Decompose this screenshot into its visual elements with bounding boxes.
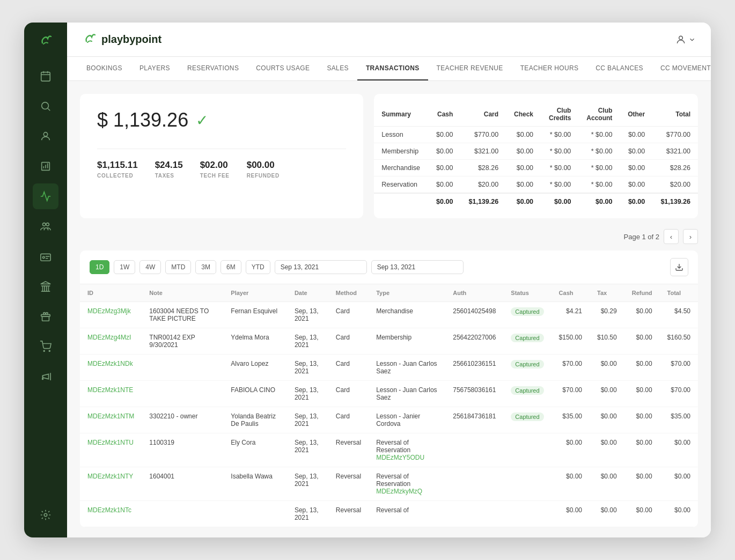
summary-col-other: Other (620, 102, 652, 127)
tx-date: Sep, 13, 2021 (287, 328, 328, 355)
tx-date: Sep, 13, 2021 (287, 467, 328, 501)
tx-type-link[interactable]: MDEzMzY5ODU (376, 454, 424, 461)
col-note: Note (142, 284, 223, 302)
tx-status (503, 433, 551, 467)
tech-fee-value: $02.00 (200, 160, 230, 171)
status-badge: Captured (511, 307, 543, 316)
tx-method: Reversal (328, 467, 369, 501)
summary-cell-check: $0.00 (506, 176, 541, 194)
sidebar-item-cart[interactable] (33, 334, 58, 359)
tab-cc-balances[interactable]: CC BALANCES (587, 57, 652, 80)
date-from-input[interactable] (275, 260, 367, 274)
col-cash: Cash (552, 284, 590, 302)
tx-tax: $0.00 (590, 433, 624, 467)
svg-rect-0 (41, 72, 50, 82)
col-date: Date (287, 284, 328, 302)
tx-total: $0.00 (660, 467, 698, 501)
sidebar-item-bank[interactable] (33, 274, 58, 299)
taxes-label: TAXES (155, 173, 183, 179)
tx-status: Captured (503, 302, 551, 328)
summary-cell-other: $0.00 (620, 176, 652, 194)
sidebar-item-analytics[interactable] (33, 183, 58, 209)
table-row: MDEzMzg3Mjk 1603004 NEEDS TO TAKE PICTUR… (80, 302, 698, 328)
time-btn-mtd[interactable]: MTD (165, 260, 191, 274)
summary-cell-card: $321.00 (460, 143, 506, 160)
svg-rect-13 (41, 254, 50, 261)
summary-cell-check: $0.00 (506, 160, 541, 176)
status-badge: Captured (511, 412, 543, 421)
taxes-value: $24.15 (155, 160, 183, 171)
sidebar-item-search[interactable] (33, 93, 58, 119)
user-menu[interactable] (675, 34, 696, 45)
tx-status: Captured (503, 407, 551, 433)
time-btn-4w[interactable]: 4W (139, 260, 161, 274)
svg-point-14 (43, 256, 45, 259)
svg-point-29 (44, 513, 47, 517)
summary-cell-club-account: $0.00 (578, 193, 620, 210)
svg-point-30 (679, 36, 683, 40)
time-btn-1d[interactable]: 1D (90, 260, 109, 274)
table-row: MDEzMzg4MzI TNR00142 EXP 9/30/2021 Ydelm… (80, 328, 698, 355)
status-badge: Captured (511, 334, 543, 342)
tx-id: MDEzMzk1NTY (80, 467, 142, 501)
tx-note (142, 355, 223, 381)
collected-value: $1,115.11 (97, 160, 138, 171)
page-next-btn[interactable]: › (683, 229, 698, 244)
tab-sales[interactable]: SALES (318, 57, 357, 80)
tx-refund: $0.00 (624, 407, 660, 433)
summary-cell-cash: $0.00 (428, 176, 460, 194)
page-prev-btn[interactable]: ‹ (664, 229, 679, 244)
tx-type-link[interactable]: MDEzMzkyMzQ (376, 488, 422, 495)
time-btn-ytd[interactable]: YTD (246, 260, 270, 274)
date-to-input[interactable] (371, 260, 464, 274)
sidebar-item-team[interactable] (33, 213, 58, 239)
tx-id: MDEzMzk1NDk (80, 355, 142, 381)
tx-total: $160.50 (660, 328, 698, 355)
app-name: playbypoint (101, 33, 161, 46)
summary-cell-other: $0.00 (620, 127, 652, 143)
tab-bookings[interactable]: BOOKINGS (78, 57, 131, 80)
summary-row: Membership $0.00 $321.00 $0.00 * $0.00 *… (374, 143, 698, 160)
summary-sub-row: $1,115.11 COLLECTED $24.15 TAXES $02.00 … (97, 149, 346, 179)
tx-total: $70.00 (660, 355, 698, 381)
tech-fee-label: TECH FEE (200, 173, 230, 179)
tab-players[interactable]: PLAYERS (131, 57, 179, 80)
tab-cc-movements[interactable]: CC MOVEMENTS (652, 57, 711, 80)
sidebar-item-calendar[interactable] (33, 63, 58, 89)
sidebar-item-reports[interactable] (33, 153, 58, 179)
taxes-item: $24.15 TAXES (155, 160, 183, 179)
summary-row: Lesson $0.00 $770.00 $0.00 * $0.00 * $0.… (374, 127, 698, 143)
sidebar-item-gift[interactable] (33, 304, 58, 329)
summary-cell-total: $20.00 (652, 176, 698, 194)
summary-cell-other: $0.00 (620, 193, 652, 210)
time-btn-1w[interactable]: 1W (114, 260, 135, 274)
tab-courts-usage[interactable]: COURTS USAGE (247, 57, 318, 80)
tab-teacher-hours[interactable]: TEACHER HOURS (512, 57, 587, 80)
tab-transactions[interactable]: TRANSACTIONS (357, 57, 428, 80)
collected-label: COLLECTED (97, 173, 138, 179)
sidebar-item-megaphone[interactable] (33, 364, 58, 389)
tx-type: Reversal of (369, 501, 445, 527)
tab-reservations[interactable]: RESERVATIONS (179, 57, 247, 80)
top-row: $ 1,139.26 ✓ $1,115.11 COLLECTED $24.15 … (80, 94, 698, 218)
time-btn-6m[interactable]: 6M (220, 260, 241, 274)
tx-status (503, 501, 551, 527)
tx-tax: $0.29 (590, 302, 624, 328)
col-auth: Auth (445, 284, 503, 302)
sidebar-item-settings[interactable] (33, 502, 58, 528)
sidebar-item-users[interactable] (33, 123, 58, 149)
time-btn-3m[interactable]: 3M (195, 260, 216, 274)
summary-col-cash: Cash (428, 102, 460, 127)
summary-cell-total: $321.00 (652, 143, 698, 160)
sidebar-item-id-card[interactable] (33, 244, 58, 269)
tab-teacher-revenue[interactable]: TEACHER REVENUE (428, 57, 512, 80)
export-btn[interactable] (670, 258, 688, 276)
tx-cash: $0.00 (552, 467, 590, 501)
summary-cell-club-credits: * $0.00 (541, 160, 578, 176)
summary-col-check: Check (506, 102, 541, 127)
tx-auth: 256014025498 (445, 302, 503, 328)
tx-method: Card (328, 381, 369, 407)
tx-cash: $0.00 (552, 501, 590, 527)
summary-cell-total: $28.26 (652, 160, 698, 176)
tx-type: Lesson - Janier Cordova (369, 407, 445, 433)
